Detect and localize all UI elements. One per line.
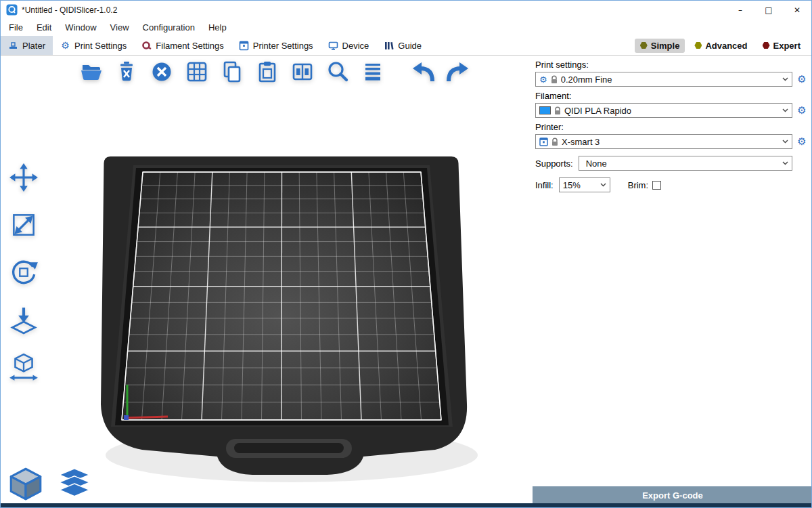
3d-view-button[interactable]: [6, 464, 45, 503]
undo-icon: [411, 60, 435, 84]
titlebar: *Untitled - QIDISlicer-1.0.2 – □ ✕: [1, 1, 811, 19]
tabbar: Plater ⚙ Print Settings Filament Setting…: [1, 36, 811, 56]
mode-label: Expert: [773, 41, 800, 51]
delete-all-icon: [150, 60, 174, 84]
filament-color-swatch: [539, 106, 551, 114]
printer-select[interactable]: X-smart 3: [535, 134, 792, 149]
filament-edit-button[interactable]: ⚙: [795, 106, 809, 116]
search-button[interactable]: [323, 58, 353, 85]
rotate-button[interactable]: [5, 253, 43, 291]
tab-filament-settings[interactable]: Filament Settings: [134, 36, 231, 55]
tab-label: Guide: [398, 41, 422, 51]
minimize-button[interactable]: –: [726, 1, 754, 19]
place-on-face-button[interactable]: [5, 301, 43, 339]
layers-preview-button[interactable]: [55, 464, 94, 503]
menu-item-edit[interactable]: Edit: [30, 20, 58, 35]
mode-switcher: Simple Advanced Expert: [635, 36, 811, 55]
expert-mode-icon: [763, 42, 770, 49]
print-settings-select[interactable]: ⚙ 0.20mm Fine: [535, 72, 792, 87]
printer-bed-scene: [1, 56, 533, 505]
chevron-down-icon: [597, 183, 606, 187]
scale-button[interactable]: [5, 206, 43, 244]
arrange-button[interactable]: [182, 58, 212, 85]
delete-icon: [114, 60, 139, 84]
copy-icon: [220, 60, 244, 84]
mode-label: Simple: [651, 41, 680, 51]
menu-item-help[interactable]: Help: [202, 20, 233, 35]
variable-layer-height-button[interactable]: [358, 58, 388, 85]
tab-label: Printer Settings: [253, 41, 313, 51]
delete-button[interactable]: [112, 58, 141, 85]
sidebar: Print settings: ⚙ 0.20mm Fine ⚙ Filament…: [533, 56, 812, 505]
tab-label: Filament Settings: [156, 41, 223, 51]
printer-edit-button[interactable]: ⚙: [795, 137, 809, 147]
window-title: *Untitled - QIDISlicer-1.0.2: [22, 5, 117, 15]
undo-button[interactable]: [408, 58, 438, 85]
infill-row: Infill: 15% Brim:: [535, 177, 809, 192]
menubar: File Edit Window View Configuration Help: [1, 19, 811, 36]
filament-spool-icon: [141, 41, 152, 51]
close-button[interactable]: ✕: [783, 1, 811, 19]
printer-row: X-smart 3 ⚙: [535, 134, 809, 149]
filament-select[interactable]: QIDI PLA Rapido: [535, 103, 792, 118]
viewport-3d[interactable]: [1, 56, 533, 505]
paste-icon: [255, 60, 279, 84]
supports-row: Supports: None: [535, 156, 809, 171]
print-settings-gear-icon: ⚙: [60, 41, 70, 51]
menu-item-window[interactable]: Window: [58, 20, 103, 35]
tab-plater[interactable]: Plater: [1, 36, 53, 55]
brim-label: Brim:: [628, 180, 648, 190]
tab-print-settings[interactable]: ⚙ Print Settings: [53, 36, 134, 55]
open-project-icon: [79, 60, 104, 84]
printer-icon: [239, 41, 249, 51]
mode-expert[interactable]: Expert: [757, 39, 806, 53]
infill-label: Infill:: [535, 180, 554, 190]
lock-icon: [551, 137, 558, 146]
menu-item-configuration[interactable]: Configuration: [136, 20, 202, 35]
3d-view-cube-icon: [6, 464, 45, 503]
brim-checkbox[interactable]: [652, 181, 661, 190]
layers-preview-icon: [57, 467, 92, 501]
copy-button[interactable]: [217, 58, 247, 85]
arrange-icon: [185, 60, 209, 84]
manipulation-toolbar: [5, 158, 43, 386]
tab-guide[interactable]: Guide: [376, 36, 429, 55]
print-settings-row: ⚙ 0.20mm Fine ⚙: [535, 72, 809, 87]
printer-value: X-smart 3: [562, 137, 600, 147]
plater-icon: [8, 41, 18, 51]
mode-simple[interactable]: Simple: [635, 39, 685, 53]
export-gcode-button[interactable]: Export G-code: [533, 486, 812, 505]
supports-value: None: [586, 158, 607, 169]
printer-label: Printer:: [535, 122, 809, 132]
mode-advanced[interactable]: Advanced: [689, 39, 752, 53]
simple-mode-icon: [640, 42, 648, 49]
maximize-button[interactable]: □: [754, 1, 783, 19]
view-toggle: [6, 464, 94, 503]
window-controls: – □ ✕: [726, 1, 811, 19]
tab-printer-settings[interactable]: Printer Settings: [231, 36, 321, 55]
filament-value: QIDI PLA Rapido: [564, 106, 631, 116]
print-settings-edit-button[interactable]: ⚙: [795, 75, 809, 85]
tab-device[interactable]: Device: [321, 36, 377, 55]
filament-row: QIDI PLA Rapido ⚙: [535, 103, 809, 118]
tab-label: Device: [342, 41, 369, 51]
paste-button[interactable]: [252, 58, 282, 85]
chevron-down-icon: [780, 108, 788, 112]
measure-button[interactable]: [5, 348, 43, 386]
open-project-button[interactable]: [76, 58, 106, 85]
redo-button[interactable]: [443, 58, 473, 85]
supports-select[interactable]: None: [579, 156, 792, 171]
preset-gear-icon: ⚙: [539, 75, 547, 84]
menu-item-file[interactable]: File: [2, 20, 30, 35]
split-icon: [290, 60, 315, 84]
app-window: *Untitled - QIDISlicer-1.0.2 – □ ✕ File …: [0, 0, 812, 508]
menu-item-view[interactable]: View: [104, 20, 136, 35]
tab-label: Plater: [22, 41, 45, 51]
app-logo-icon: [6, 4, 18, 16]
infill-select[interactable]: 15%: [559, 177, 610, 192]
print-settings-value: 0.20mm Fine: [561, 75, 612, 85]
delete-all-button[interactable]: [147, 58, 177, 85]
move-button[interactable]: [5, 158, 43, 196]
split-button[interactable]: [288, 58, 317, 85]
place-on-face-icon: [8, 304, 39, 335]
